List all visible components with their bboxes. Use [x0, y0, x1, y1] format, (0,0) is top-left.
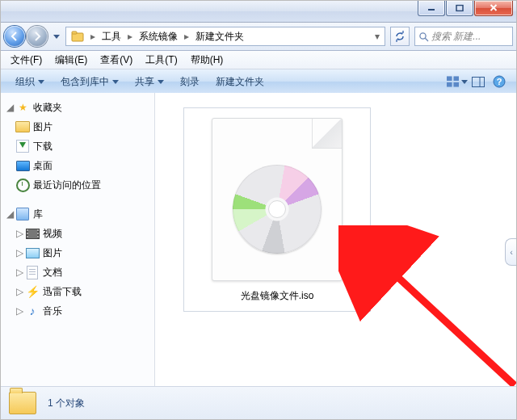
svg-rect-8	[447, 82, 452, 87]
document-icon	[25, 266, 40, 279]
breadcrumb-segment[interactable]: 新建文件夹	[191, 27, 249, 45]
chevron-right-icon: ▸	[126, 31, 134, 42]
expand-icon: ▷	[15, 247, 23, 258]
chevron-right-icon: ▸	[89, 31, 97, 42]
menu-tools[interactable]: 工具(T)	[139, 51, 183, 69]
breadcrumb-segment[interactable]: 工具	[97, 27, 126, 45]
nav-item-xunlei[interactable]: ▷⚡迅雷下载	[1, 282, 154, 301]
svg-rect-9	[453, 82, 459, 87]
thunder-icon: ⚡	[25, 285, 40, 298]
svg-rect-6	[447, 76, 452, 81]
video-icon	[25, 227, 40, 240]
expand-icon: ▷	[15, 305, 23, 317]
svg-rect-7	[453, 76, 459, 81]
nav-item-pictures-lib[interactable]: ▷图片	[1, 243, 154, 262]
preview-pane-button[interactable]	[468, 69, 489, 94]
refresh-button[interactable]	[390, 27, 410, 46]
nav-item-downloads[interactable]: 下载	[1, 136, 154, 156]
folder-icon	[9, 392, 36, 414]
window-titlebar	[1, 1, 516, 23]
nav-item-desktop[interactable]: 桌面	[1, 156, 154, 175]
help-button[interactable]: ?	[489, 69, 510, 94]
forward-button[interactable]	[27, 26, 48, 47]
maximize-button[interactable]	[446, 1, 473, 16]
expand-icon: ▷	[15, 267, 23, 278]
chevron-down-icon	[112, 80, 119, 84]
chevron-right-icon: ▸	[183, 31, 191, 42]
chevron-down-icon	[38, 80, 44, 84]
close-button[interactable]	[474, 1, 513, 16]
disc-icon	[233, 165, 322, 254]
address-bar[interactable]: ▸ 工具 ▸ 系统镜像 ▸ 新建文件夹 ▾	[65, 27, 385, 46]
svg-rect-1	[456, 6, 463, 11]
star-icon: ★	[15, 101, 30, 114]
search-box[interactable]: 搜索 新建...	[414, 27, 513, 46]
expand-icon: ▷	[15, 228, 23, 239]
nav-item-recent[interactable]: 最近访问的位置	[1, 175, 154, 195]
file-name-label: 光盘镜像文件.iso	[184, 289, 370, 303]
preview-peek-button[interactable]: ‹	[505, 238, 517, 266]
nav-item-videos[interactable]: ▷视频	[1, 224, 154, 243]
svg-rect-3	[72, 32, 77, 34]
status-bar: 1 个对象	[1, 386, 516, 419]
folder-icon	[66, 27, 89, 45]
nav-item-music[interactable]: ▷♪音乐	[1, 301, 154, 321]
cmd-new-folder[interactable]: 新建文件夹	[208, 69, 272, 94]
download-icon	[15, 140, 30, 153]
cmd-organize[interactable]: 组织	[7, 69, 53, 94]
svg-line-5	[425, 38, 428, 41]
search-placeholder: 搜索 新建...	[431, 30, 512, 44]
menu-bar: 文件(F) 编辑(E) 查看(V) 工具(T) 帮助(H)	[1, 51, 516, 69]
menu-file[interactable]: 文件(F)	[4, 51, 48, 69]
breadcrumb-segment[interactable]: 系统镜像	[134, 27, 183, 45]
navigation-pane: ◢ ★ 收藏夹 图片 下载 桌面 最近访问的位置 ◢ 库 ▷视频 ▷图片 ▷文档…	[1, 93, 155, 387]
iso-file-icon	[212, 118, 343, 281]
nav-item-pictures[interactable]: 图片	[1, 117, 154, 136]
nav-group-libraries[interactable]: ◢ 库	[1, 204, 154, 224]
collapse-icon: ◢	[6, 208, 14, 220]
nav-item-documents[interactable]: ▷文档	[1, 262, 154, 282]
svg-point-4	[419, 32, 425, 38]
desktop-icon	[15, 159, 30, 172]
picture-icon	[25, 246, 40, 259]
library-icon	[15, 208, 30, 220]
history-dropdown[interactable]	[51, 27, 62, 45]
svg-rect-10	[473, 77, 485, 86]
chevron-down-icon	[461, 80, 468, 84]
svg-text:?: ?	[497, 77, 502, 86]
content-pane[interactable]: 光盘镜像文件.iso	[155, 93, 516, 387]
back-button[interactable]	[4, 26, 25, 47]
navigation-row: ▸ 工具 ▸ 系统镜像 ▸ 新建文件夹 ▾ 搜索 新建...	[1, 23, 516, 51]
nav-group-favorites[interactable]: ◢ ★ 收藏夹	[1, 98, 154, 117]
command-bar: 组织 包含到库中 共享 刻录 新建文件夹 ?	[1, 69, 516, 94]
recent-icon	[15, 178, 30, 191]
folder-icon	[15, 120, 30, 133]
music-icon: ♪	[25, 304, 40, 317]
cmd-include-in-library[interactable]: 包含到库中	[53, 69, 127, 94]
chevron-down-icon[interactable]: ▾	[373, 31, 385, 42]
expand-icon: ▷	[15, 286, 23, 297]
collapse-icon: ◢	[6, 102, 14, 113]
cmd-burn[interactable]: 刻录	[172, 69, 208, 94]
status-text: 1 个对象	[48, 397, 85, 410]
file-item-iso[interactable]: 光盘镜像文件.iso	[183, 107, 371, 312]
cmd-share[interactable]: 共享	[127, 69, 172, 94]
view-options-button[interactable]	[447, 69, 468, 94]
search-icon	[415, 32, 431, 42]
minimize-button[interactable]	[418, 1, 445, 16]
chevron-down-icon	[158, 80, 164, 84]
menu-edit[interactable]: 编辑(E)	[48, 51, 94, 69]
menu-view[interactable]: 查看(V)	[94, 51, 139, 69]
menu-help[interactable]: 帮助(H)	[184, 51, 230, 69]
